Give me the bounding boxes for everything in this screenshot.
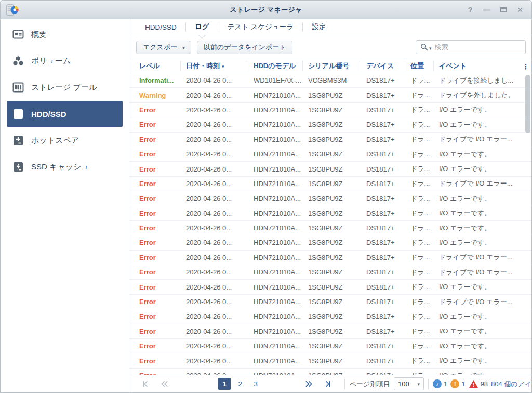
table-row[interactable]: Informati... 2020-04-26 0... WD101EFAX-.… — [129, 73, 531, 88]
cell-location: ドラ... — [405, 356, 434, 365]
table-row[interactable]: Error 2020-04-26 0... HDN721010A... 1SG8… — [129, 309, 531, 324]
cell-datetime: 2020-04-26 0... — [181, 357, 248, 365]
cell-location: ドラ... — [405, 268, 434, 277]
last-page-icon[interactable] — [322, 378, 333, 390]
sidebar-item-hot-spare[interactable]: ホットスペア — [7, 127, 123, 153]
table-row[interactable]: Error 2020-04-26 0... HDN721010A... 1SG8… — [129, 177, 531, 191]
cell-model: HDN721010A... — [248, 254, 303, 261]
tab-test-scheduler[interactable]: テスト スケジューラ — [218, 19, 302, 35]
search-filter-dropdown-icon[interactable]: ▾ — [429, 46, 432, 51]
warning-count-group[interactable]: ! 1 — [450, 379, 465, 388]
storage-pool-icon — [12, 81, 24, 94]
table-row[interactable]: Error 2020-04-26 0... HDN721010A... 1SG8… — [129, 133, 531, 147]
sidebar: 概要 ボリューム ストレージ プール HDD/SSD ホットスペア SSD キャ… — [1, 19, 129, 392]
cell-device: DS1817+ — [361, 165, 405, 173]
hot-spare-icon — [12, 134, 24, 147]
table-row[interactable]: Error 2020-04-26 0... HDN721010A... 1SG8… — [129, 235, 531, 250]
column-header-model[interactable]: HDDのモデル — [248, 61, 303, 71]
table-row[interactable]: Error 2020-04-26 0... HDN721010A... 1SG8… — [129, 295, 531, 309]
previous-page-icon[interactable] — [158, 378, 170, 390]
first-page-icon[interactable] — [140, 378, 151, 390]
table-row[interactable]: Error 2020-04-26 0... HDN721010A... 1SG8… — [129, 103, 531, 117]
search-box[interactable]: ▾ — [416, 40, 526, 54]
table-row[interactable]: Error 2020-04-26 0... HDN721010A... 1SG8… — [129, 324, 531, 339]
column-header-datetime[interactable]: 日付・時刻▾ — [181, 61, 248, 71]
table-row[interactable]: Error 2020-04-26 0... HDN721010A... 1SG8… — [129, 191, 531, 206]
table-row[interactable]: Error 2020-04-26 0... HDN721010A... 1SG8… — [129, 353, 531, 368]
column-settings-icon[interactable]: ⋮ — [522, 62, 530, 71]
info-count: 1 — [444, 380, 447, 388]
sidebar-item-hdd-ssd[interactable]: HDD/SSD — [7, 101, 123, 127]
column-header-event[interactable]: イベント — [434, 61, 531, 71]
table-header: レベル 日付・時刻▾ HDDのモデル シリアル番号 デバイス 位置 イベント ⋮ — [129, 59, 531, 73]
column-header-level[interactable]: レベル — [129, 61, 181, 71]
cell-event: I/O エラーです。 — [434, 164, 531, 174]
cell-serial: 1SG8PU9Z — [303, 283, 361, 291]
export-dropdown-button[interactable]: ▾ — [178, 41, 190, 54]
table-row[interactable]: Error 2020-04-26 0... HDN721010A... 1SG8… — [129, 251, 531, 265]
page-number-button[interactable]: 1 — [218, 378, 231, 390]
page-number-button[interactable]: 2 — [234, 378, 246, 390]
table-row[interactable]: Error 2020-04-26 0... HDN721010A... 1SG8… — [129, 162, 531, 176]
error-count-group[interactable]: ! 98 — [469, 379, 488, 388]
sidebar-item-volume[interactable]: ボリューム — [7, 48, 123, 74]
cell-location: ドラ... — [405, 312, 434, 321]
sidebar-item-ssd-cache[interactable]: SSD キャッシュ — [7, 154, 123, 180]
cell-datetime: 2020-04-26 0... — [181, 224, 248, 232]
cell-event: I/O エラーです。 — [434, 371, 531, 375]
tab-hdd-ssd[interactable]: HDD/SSD — [136, 19, 185, 35]
title-bar[interactable]: ストレージ マネージャ ? — ✕ — [1, 1, 531, 19]
table-row[interactable]: Error 2020-04-26 0... HDN721010A... 1SG8… — [129, 280, 531, 294]
cell-model: HDN721010A... — [248, 165, 303, 173]
cell-serial: 1SG8PU9Z — [303, 150, 361, 158]
table-row[interactable]: Error 2020-04-26 0... HDN721010A... 1SG8… — [129, 265, 531, 280]
cell-level: Error — [129, 254, 181, 261]
cell-device: DS1817+ — [361, 76, 405, 84]
svg-text:!: ! — [472, 382, 474, 388]
column-header-device[interactable]: デバイス — [361, 61, 405, 71]
cell-serial: 1SG8PU9Z — [303, 194, 361, 202]
cell-event: I/O エラーです。 — [434, 105, 531, 114]
table-row[interactable]: Error 2020-04-26 0... HDN721010A... 1SG8… — [129, 339, 531, 353]
cell-model: HDN721010A... — [248, 357, 303, 365]
cell-model: HDN721010A... — [248, 312, 303, 320]
cell-device: DS1817+ — [361, 106, 405, 114]
page-number-button[interactable]: 3 — [249, 378, 262, 390]
error-triangle-icon: ! — [469, 379, 478, 388]
column-header-location[interactable]: 位置 — [405, 61, 434, 71]
cell-location: ドラ... — [405, 238, 434, 247]
tab-log[interactable]: ログ — [186, 19, 218, 35]
tab-settings[interactable]: 設定 — [303, 19, 335, 35]
cell-datetime: 2020-04-26 0... — [181, 91, 248, 99]
info-count-group[interactable]: i 1 — [433, 379, 447, 388]
table-row[interactable]: Error 2020-04-26 0... HDN721010A... 1SG8… — [129, 221, 531, 235]
cell-level: Error — [129, 283, 181, 291]
table-row[interactable]: Error 2020-04-26 0... HDN721010A... 1SG8… — [129, 147, 531, 162]
table-row[interactable]: Error 2020-04-26 0... HDN721010A... 1SG8… — [129, 369, 531, 375]
cell-datetime: 2020-04-26 0... — [181, 372, 248, 375]
items-per-page-select[interactable]: 100 ▾ — [394, 377, 424, 390]
cell-event: I/O エラーです。 — [434, 326, 531, 336]
cell-location: ドラ... — [405, 76, 434, 85]
maximize-icon[interactable] — [499, 6, 508, 14]
column-header-serial[interactable]: シリアル番号 — [303, 61, 361, 71]
cell-level: Error — [129, 121, 181, 128]
cell-datetime: 2020-04-26 0... — [181, 283, 248, 291]
cell-event: ドライブで I/O エラー... — [434, 135, 531, 144]
table-row[interactable]: Error 2020-04-26 0... HDN721010A... 1SG8… — [129, 206, 531, 221]
search-input[interactable] — [435, 43, 521, 51]
cell-level: Error — [129, 165, 181, 173]
next-page-icon[interactable] — [303, 378, 314, 390]
sidebar-item-overview[interactable]: 概要 — [7, 21, 123, 47]
cell-device: DS1817+ — [361, 224, 405, 232]
minimize-icon[interactable]: — — [483, 6, 491, 14]
table-row[interactable]: Warning 2020-04-26 0... HDN721010A... 1S… — [129, 88, 531, 102]
vertical-scrollbar[interactable] — [525, 75, 530, 133]
table-row[interactable]: Error 2020-04-26 0... HDN721010A... 1SG8… — [129, 117, 531, 132]
help-icon[interactable]: ? — [466, 6, 474, 14]
close-icon[interactable]: ✕ — [516, 6, 524, 14]
cell-serial: 1SG8PU9Z — [303, 254, 361, 261]
import-previous-data-button[interactable]: 以前のデータをインポート — [197, 41, 292, 54]
sidebar-item-storage-pool[interactable]: ストレージ プール — [7, 74, 123, 100]
cell-level: Error — [129, 209, 181, 217]
